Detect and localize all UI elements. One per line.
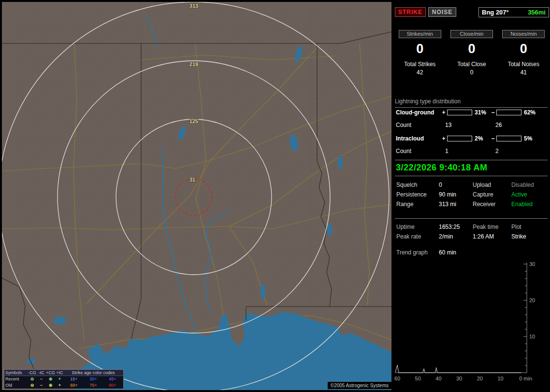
count-label: Count [396,122,445,128]
svg-text:40: 40 [435,376,441,381]
capture-status: Active [511,191,549,198]
ring-label-313: 313 [189,3,198,9]
status-panel: STRIKE NOISE Bng 207° 356mi Strikes/min … [394,0,550,392]
cg-plus-count: 13 [445,122,495,128]
bearing-distance: 356mi [528,9,546,16]
strikes-per-min-button[interactable]: Strikes/min [399,30,441,38]
trend-graph-row: Trend graph 60 min [396,249,456,256]
peak-rate-label: Peak rate [396,233,439,240]
map-legend: Symbols -CG -IC +CG +IC Strike age color… [4,369,124,389]
plot-label: Plot [511,224,549,230]
bearing-value: Bng 207° [482,9,509,16]
age-code-30: 30+ [84,376,103,382]
legend-recent-label: Recent [5,376,28,382]
age-code-90: 90+ [103,382,122,389]
legend-old-row: Old ⊖ − ⊕ + 60+ 75+ 90+ [4,382,123,389]
divider [395,176,548,176]
receiver-status: Enabled [511,201,549,208]
minus-sign: − [490,135,496,142]
close-per-min-value: 0 [446,42,497,56]
trend-line-series [395,365,521,373]
noises-per-min-button[interactable]: Noises/min [502,30,545,38]
plus-sign: + [440,135,447,142]
divider [395,160,548,160]
svg-text:30: 30 [529,261,535,267]
map-area[interactable]: 313 219 125 31 Symbols -CG -IC +CG +IC S… [2,2,391,390]
peak-time-label: Peak time [473,224,511,230]
svg-text:10: 10 [497,376,503,381]
strike-map[interactable]: 313 219 125 31 [2,2,391,390]
persistence-value: 90 min [439,191,473,198]
legend-col-pos-cg: +CG [46,370,55,376]
distribution-title: Lightning type distribution [395,98,548,108]
cg-minus-pct: 62% [521,109,539,116]
total-strikes-label: Total Strikes [394,61,446,68]
age-code-75: 75+ [84,382,103,389]
system-clock: 3/22/2026 9:40:18 AM [396,163,487,173]
old-pos-ic-icon: + [55,382,64,389]
minus-sign: − [490,109,496,116]
old-pos-cg-icon: ⊕ [46,382,55,389]
ic-plus-bar [447,136,472,141]
receiver-label: Receiver [473,201,511,208]
intracloud-row: Intracloud + 2% − 5% [396,135,539,142]
uptime-value: 1653:25 [439,224,473,230]
old-neg-ic-icon: − [37,382,46,389]
plus-sign: + [440,109,447,116]
ring-label-219: 219 [189,61,198,67]
cg-minus-bar [496,110,521,115]
svg-text:20: 20 [529,297,535,303]
strike-mode-button[interactable]: STRIKE [395,7,426,17]
intracloud-count-row: Count 1 2 [396,148,499,154]
legend-col-pos-ic: +IC [55,370,64,376]
cg-plus-pct: 31% [472,109,490,116]
ic-plus-pct: 2% [472,135,490,142]
trend-graph-label: Trend graph [396,249,439,256]
intracloud-label: Intracloud [396,135,440,142]
rates-section: Strikes/min Close/min Noises/min 0 0 0 T… [394,30,550,76]
ic-minus-bar [496,136,521,141]
cloud-ground-label: Cloud-ground [396,109,440,116]
close-per-min-button[interactable]: Close/min [450,30,493,38]
recent-neg-ic-icon: − [37,376,46,382]
cg-plus-bar [447,110,472,115]
noise-mode-button[interactable]: NOISE [428,7,456,17]
svg-text:50: 50 [415,376,421,381]
stats-section: Uptime 1653:25 Peak time Plot Peak rate … [396,224,549,240]
total-close-value: 0 [446,69,497,76]
age-code-60: 60+ [64,382,84,389]
uptime-label: Uptime [396,224,439,230]
age-code-15: 15+ [64,376,84,382]
mode-bar: STRIKE NOISE Bng 207° 356mi [395,7,549,17]
x-axis-labels: 6050403020100 min [394,376,532,381]
old-neg-cg-icon: ⊖ [28,382,37,389]
count-label: Count [396,148,445,154]
range-value: 313 mi [439,201,473,208]
ic-plus-count: 1 [445,148,495,154]
cloud-ground-row: Cloud-ground + 31% − 62% [396,109,539,116]
y-axis-ticks [523,264,527,365]
trend-graph: 302010 6050403020100 min [394,256,539,386]
persistence-label: Persistence [396,191,439,198]
ring-label-125: 125 [189,118,198,124]
total-noises-label: Total Noises [498,61,550,68]
legend-symbols-header: Symbols [5,370,28,376]
settings-section: Squelch 0 Upload Disabled Persistence 90… [396,182,549,208]
svg-text:60: 60 [394,376,400,381]
legend-col-neg-ic: -IC [37,370,46,376]
legend-header: Symbols -CG -IC +CG +IC Strike age color… [4,370,123,376]
range-label: Range [396,201,439,208]
capture-label: Capture [473,191,511,198]
peak-time-value: 1:26 AM [473,233,511,240]
recent-pos-cg-icon: ⊕ [46,376,55,382]
total-noises-value: 41 [498,69,550,76]
divider [395,218,548,219]
svg-text:20: 20 [477,376,483,381]
ring-label-31: 31 [189,177,195,182]
upload-status: Disabled [511,182,549,188]
legend-recent-row: Recent ⊖ − ⊕ + 15+ 30+ 45+ [4,376,123,382]
map-copyright: ©2005 Astrogenic Systems [328,382,391,389]
plot-value: Strike [511,233,549,240]
svg-text:10: 10 [529,334,535,339]
ic-minus-count: 2 [495,148,499,154]
